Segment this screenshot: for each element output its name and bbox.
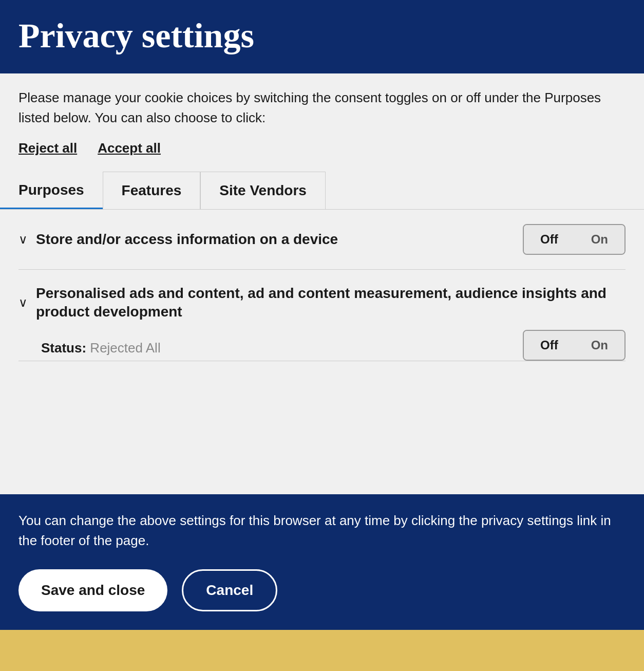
tab-site-vendors[interactable]: Site Vendors (200, 172, 326, 209)
purpose-row-2: ∨ Personalised ads and content, ad and c… (18, 270, 626, 361)
footer-buttons: Save and close Cancel (18, 569, 626, 611)
description-text: Please manage your cookie choices by swi… (18, 88, 626, 128)
cancel-button[interactable]: Cancel (182, 569, 277, 611)
reject-all-button[interactable]: Reject all (18, 140, 77, 156)
page-title: Privacy settings (18, 16, 626, 55)
footer: You can change the above settings for th… (0, 494, 644, 630)
chevron-down-icon-2[interactable]: ∨ (18, 295, 28, 310)
toggle-off-2[interactable]: Off (524, 331, 575, 360)
purpose-row-2-header: ∨ Personalised ads and content, ad and c… (18, 284, 626, 322)
status-line: Status: Rejected All (41, 340, 161, 356)
purpose-row-1-header: ∨ Store and/or access information on a d… (18, 224, 626, 255)
tab-site-vendors-label: Site Vendors (219, 182, 307, 198)
tabs-container: Purposes Features Site Vendors (0, 172, 644, 210)
toggle-switch-1[interactable]: Off On (523, 224, 626, 255)
purpose-title-2: Personalised ads and content, ad and con… (36, 284, 626, 322)
main-content: Please manage your cookie choices by swi… (0, 73, 644, 494)
status-value: Rejected All (90, 340, 160, 356)
toggle-switch-2[interactable]: Off On (523, 330, 626, 361)
toggle-on-1[interactable]: On (575, 225, 624, 254)
purpose-title-area-1: ∨ Store and/or access information on a d… (18, 230, 523, 249)
purpose-row-1: ∨ Store and/or access information on a d… (18, 210, 626, 270)
footer-info-text: You can change the above settings for th… (18, 511, 626, 551)
page-wrapper: Privacy settings Please manage your cook… (0, 0, 644, 671)
description-section: Please manage your cookie choices by swi… (0, 73, 644, 166)
tab-features[interactable]: Features (103, 172, 201, 209)
toggle-on-2[interactable]: On (575, 331, 624, 360)
tab-purposes[interactable]: Purposes (0, 172, 103, 209)
toggle-off-1[interactable]: Off (524, 225, 575, 254)
header: Privacy settings (0, 0, 644, 73)
purpose-title-1: Store and/or access information on a dev… (36, 230, 338, 249)
chevron-down-icon-1[interactable]: ∨ (18, 232, 28, 247)
status-label: Status: (41, 340, 86, 356)
purpose-title-area-2: ∨ Personalised ads and content, ad and c… (18, 284, 626, 322)
quick-links: Reject all Accept all (18, 140, 626, 156)
tab-features-label: Features (122, 182, 182, 198)
bottom-strip (0, 630, 644, 671)
accept-all-button[interactable]: Accept all (98, 140, 161, 156)
save-and-close-button[interactable]: Save and close (18, 569, 167, 611)
purposes-content: ∨ Store and/or access information on a d… (0, 210, 644, 361)
tab-purposes-label: Purposes (18, 182, 84, 198)
